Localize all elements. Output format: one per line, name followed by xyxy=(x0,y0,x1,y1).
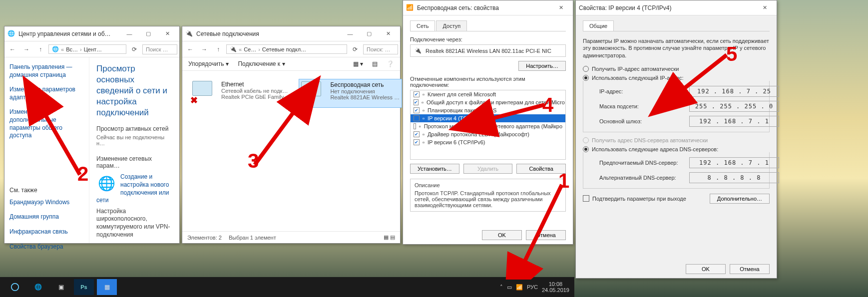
up-button[interactable]: ↑ xyxy=(212,43,224,55)
minimize-button[interactable]: — xyxy=(341,28,359,39)
browser-props-link[interactable]: Свойства браузера xyxy=(9,243,84,251)
checkbox-icon[interactable]: ✔ xyxy=(414,99,419,105)
annotation-number-2: 2 xyxy=(77,163,88,185)
crumb-seg[interactable]: Сетевые подкл… xyxy=(262,46,306,52)
clock[interactable]: 10:08 24.05.2019 xyxy=(542,281,569,293)
close-button[interactable]: ✕ xyxy=(552,2,570,13)
obtain-ip-auto-radio[interactable]: Получить IP-адрес автоматически xyxy=(583,66,770,72)
component-item[interactable]: ✔▫Драйвер протокола LLDP (Майкрософт) xyxy=(411,130,565,138)
adapter-name-field: 🔌 Realtek 8821AE Wireless LAN 802.11ac P… xyxy=(410,44,566,57)
breadcrumb[interactable]: 🌐 « Вс… › Цент… xyxy=(48,44,126,54)
adapter-name: Realtek 8821AE Wireless LAN 802.11ac PCI… xyxy=(426,48,551,54)
description-heading: Описание xyxy=(415,182,561,188)
firewall-link[interactable]: Брандмауэр Windows xyxy=(9,199,84,207)
close-button[interactable]: ✕ xyxy=(756,2,774,13)
maximize-button[interactable]: ▢ xyxy=(139,28,157,39)
up-button[interactable]: ↑ xyxy=(34,43,46,55)
install-button[interactable]: Установить… xyxy=(410,164,459,174)
minimize-button[interactable]: — xyxy=(120,28,138,39)
search-input[interactable]: Поиск: … xyxy=(363,44,398,54)
photoshop-icon[interactable]: Ps xyxy=(74,279,94,295)
forward-button[interactable]: → xyxy=(198,43,210,55)
details-button[interactable]: ▤ xyxy=(372,60,378,67)
cancel-button[interactable]: Отмена xyxy=(526,230,566,240)
gateway-input[interactable]: 192 . 168 . 7 . 1 xyxy=(689,116,779,127)
view-mode-icons[interactable]: ▦ ▤ xyxy=(384,234,395,241)
homegroup-link[interactable]: Домашняя группа xyxy=(9,213,84,221)
advanced-button[interactable]: Дополнительно… xyxy=(710,194,770,204)
checkbox-icon[interactable] xyxy=(414,123,416,129)
components-label: Отмеченные компоненты используются этим … xyxy=(410,76,566,88)
preferred-dns-input[interactable]: 192 . 168 . 7 . 1 xyxy=(689,157,779,168)
use-following-ip-radio[interactable]: Использовать следующий IP-адрес: xyxy=(583,75,770,81)
battery-icon[interactable]: ▭ xyxy=(507,284,512,291)
obtain-dns-auto-radio[interactable]: Получить адрес DNS-сервера автоматически xyxy=(583,137,770,143)
chrome-icon[interactable]: 🌐 xyxy=(28,279,48,295)
annotation-number-1: 1 xyxy=(558,170,569,192)
back-button[interactable]: ← xyxy=(6,43,18,55)
tab-general[interactable]: Общие xyxy=(583,20,614,31)
infrared-link[interactable]: Инфракрасная связь xyxy=(9,228,84,236)
confirm-on-exit-checkbox[interactable]: Подтвердить параметры при выходе Дополни… xyxy=(583,194,770,204)
back-button[interactable]: ← xyxy=(184,43,196,55)
terminal-icon[interactable]: ▣ xyxy=(51,279,71,295)
ip-address-input[interactable]: 192 . 168 . 7 . 25 xyxy=(689,86,779,97)
wifi-icon: 📶 xyxy=(406,4,414,12)
connection-status: Сетевой кабель не подк… xyxy=(221,88,291,94)
checkbox-icon[interactable]: ✔ xyxy=(414,91,420,97)
connection-ethernet[interactable]: ✖ Ethernet Сетевой кабель не подк… Realt… xyxy=(190,79,293,108)
start-button[interactable] xyxy=(5,279,25,295)
dialog-title: Свойства: IP версии 4 (TCP/IPv4) xyxy=(579,4,756,11)
tab-network[interactable]: Сеть xyxy=(410,20,435,31)
connect-to-menu[interactable]: Подключение к ▾ xyxy=(238,60,285,67)
connection-name: Беспроводная сеть xyxy=(330,81,400,88)
use-following-dns-radio[interactable]: Использовать следующие адреса DNS-сервер… xyxy=(583,146,770,152)
forward-button[interactable]: → xyxy=(20,43,32,55)
description-text: Протокол TCP/IP. Стандартный протокол гл… xyxy=(415,190,561,208)
subnet-mask-input[interactable]: 255 . 255 . 255 . 0 xyxy=(689,101,779,112)
component-item[interactable]: ✔▫IP версии 6 (TCP/IPv6) xyxy=(411,138,565,146)
connections-icon: 🔌 xyxy=(185,30,193,38)
wifi-tray-icon[interactable]: 📶 xyxy=(516,284,523,291)
ok-button[interactable]: OK xyxy=(482,230,522,240)
component-item[interactable]: ▫Протокол мультиплексора сетевого адапте… xyxy=(411,122,565,130)
refresh-button[interactable]: ⟳ xyxy=(349,43,361,55)
checkbox-icon[interactable]: ✔ xyxy=(414,115,420,121)
titlebar: 📶 Беспроводная сеть: свойства ✕ xyxy=(403,0,573,15)
component-icon: ▫ xyxy=(419,123,421,129)
maximize-button[interactable]: ▢ xyxy=(360,28,378,39)
help-button[interactable]: ❔ xyxy=(387,60,394,67)
breadcrumb[interactable]: 🔌 « Се… › Сетевые подкл… xyxy=(226,44,347,54)
search-input[interactable]: Поиск … xyxy=(142,44,177,54)
tray-up-icon[interactable]: ˄ xyxy=(500,284,503,291)
app-icon[interactable]: ▦ xyxy=(97,279,117,295)
toolbar: Упорядочить ▾ Подключение к ▾ ▦ ▾ ▤ ❔ xyxy=(182,57,400,71)
checkbox-icon[interactable]: ✔ xyxy=(414,107,420,113)
dialog-title: Беспроводная сеть: свойства xyxy=(417,4,552,11)
checkbox-icon[interactable]: ✔ xyxy=(414,131,420,137)
crumb-seg[interactable]: Вс… xyxy=(66,46,78,52)
close-button[interactable]: ✕ xyxy=(158,28,176,39)
connection-device: Realtek PCIe GbE Family … xyxy=(221,94,291,100)
annotation-number-4: 4 xyxy=(542,94,553,116)
configure-button[interactable]: Настроить… xyxy=(518,61,566,71)
tab-access[interactable]: Доступ xyxy=(436,20,467,31)
change-adapter-settings-link[interactable]: Изменение параметров адаптера xyxy=(9,86,84,101)
refresh-button[interactable]: ⟳ xyxy=(128,43,140,55)
checkbox-icon[interactable]: ✔ xyxy=(414,139,420,145)
language-indicator[interactable]: РУС xyxy=(527,284,538,290)
ok-button[interactable]: OK xyxy=(686,264,726,274)
alternate-dns-input[interactable]: 8 . 8 . 8 . 8 xyxy=(689,172,779,183)
organize-menu[interactable]: Упорядочить ▾ xyxy=(188,60,229,67)
view-icons-button[interactable]: ▦ ▾ xyxy=(353,60,363,67)
remove-button[interactable]: Удалить xyxy=(463,164,513,174)
cancel-button[interactable]: Отмена xyxy=(730,264,770,274)
close-button[interactable]: ✕ xyxy=(379,28,397,39)
crumb-seg[interactable]: Цент… xyxy=(84,46,102,52)
connection-status: Нет подключения xyxy=(330,88,400,94)
tabstrip: Сеть Доступ xyxy=(410,20,566,31)
advanced-sharing-link[interactable]: Изменить дополнительные параметры общего… xyxy=(9,108,84,139)
control-panel-home-link[interactable]: Панель управления — домашняя страница xyxy=(9,63,84,79)
crumb-seg[interactable]: Се… xyxy=(244,46,256,52)
connection-wireless[interactable]: ✖ Беспроводная сеть Нет подключения Real… xyxy=(299,79,402,108)
